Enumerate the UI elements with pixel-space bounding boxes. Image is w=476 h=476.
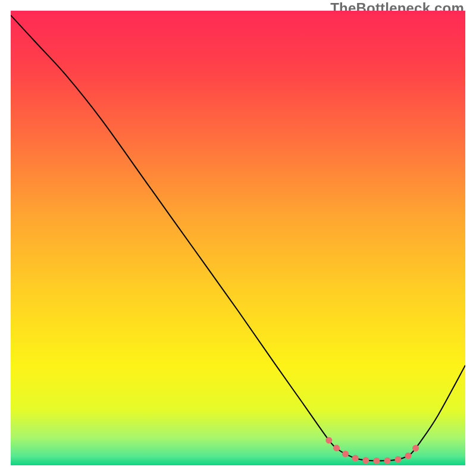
chart-svg (11, 11, 465, 465)
gradient-background (11, 11, 465, 465)
plot-area (11, 11, 465, 465)
chart-container: TheBottleneck.com (0, 0, 476, 476)
